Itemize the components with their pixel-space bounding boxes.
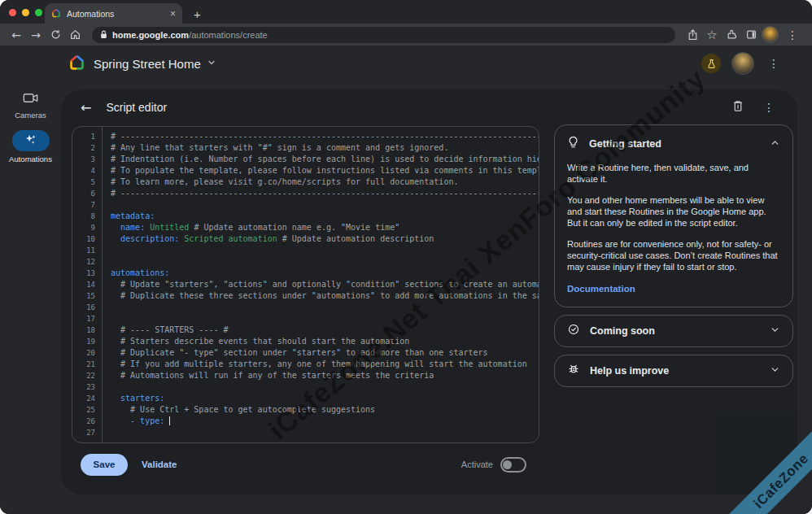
- card-title: Help us improve: [590, 365, 760, 377]
- chevron-up-icon[interactable]: [770, 137, 780, 151]
- getting-started-body: Write a Routine here, then validate, sav…: [567, 162, 780, 272]
- editor-overflow-kebab-icon[interactable]: ⋮: [760, 100, 778, 115]
- new-releases-seal-icon: [567, 323, 580, 339]
- getting-started-paragraph: You and other home members will be able …: [567, 194, 780, 229]
- line-number: 23: [72, 381, 102, 393]
- validate-button[interactable]: Validate: [142, 460, 177, 469]
- editor-actions: ⋮: [732, 100, 778, 115]
- back-icon[interactable]: ←: [7, 26, 25, 44]
- line-number: 12: [72, 256, 102, 268]
- save-button[interactable]: Save: [81, 454, 128, 476]
- getting-started-card: Getting started Write a Routine here, th…: [554, 124, 793, 307]
- google-home-favicon: [51, 7, 61, 21]
- reload-icon[interactable]: [46, 26, 64, 44]
- line-number: 25: [72, 404, 102, 416]
- code-editor[interactable]: 1234567891011121314151617181920212223242…: [72, 126, 539, 443]
- address-bar[interactable]: home.google.com/automations/create: [92, 27, 675, 43]
- code-line: # Duplicate "- type" section under "star…: [111, 347, 539, 359]
- line-number: 19: [72, 336, 102, 347]
- public-preview-flask-icon[interactable]: [701, 54, 721, 73]
- home-name[interactable]: Spring Street Home: [94, 57, 201, 71]
- code-line: # Any line that starters with "#" sign i…: [111, 142, 539, 154]
- browser-menu-kebab-icon[interactable]: ⋮: [780, 24, 805, 46]
- help-us-improve-card[interactable]: Help us improve: [554, 355, 793, 387]
- chevron-down-icon[interactable]: [207, 56, 216, 71]
- page-title: Script editor: [106, 101, 167, 114]
- code-area[interactable]: # --------------------------------------…: [103, 127, 539, 442]
- code-line: # To populate the template, please follo…: [111, 165, 539, 176]
- close-tab-icon[interactable]: ×: [170, 9, 176, 19]
- chevron-down-icon[interactable]: [770, 324, 780, 338]
- line-number: 4: [72, 165, 102, 176]
- card-title: Coming soon: [590, 325, 760, 337]
- line-number: 13: [72, 268, 102, 279]
- left-sidebar: Cameras Automations: [0, 81, 61, 163]
- toggle-knob: [503, 460, 512, 469]
- back-icon[interactable]: ←: [81, 100, 91, 115]
- url-path: /automations/create: [189, 30, 268, 40]
- user-avatar[interactable]: [731, 52, 754, 75]
- text-cursor: [169, 416, 170, 425]
- code-line: # Starters describe events that should s…: [111, 336, 539, 347]
- zoom-window-button[interactable]: [35, 9, 42, 16]
- line-number: 26: [72, 416, 102, 427]
- chevron-down-icon[interactable]: [770, 364, 780, 378]
- script-editor-header: ← Script editor ⋮: [61, 89, 797, 125]
- script-editor-card: ← Script editor ⋮ 1234567891011121314151…: [61, 89, 797, 494]
- code-line: # --------------------------------------…: [111, 188, 539, 199]
- sidebar-item-cameras[interactable]: Cameras: [15, 92, 46, 120]
- getting-started-header[interactable]: Getting started: [567, 136, 780, 152]
- line-number: 11: [72, 245, 102, 256]
- sidebar-item-label: Cameras: [15, 111, 46, 120]
- tab-title: Automations: [67, 9, 164, 19]
- share-icon[interactable]: [683, 26, 701, 44]
- lock-icon: [100, 28, 107, 42]
- line-number: 9: [72, 222, 102, 233]
- line-number: 6: [72, 188, 102, 199]
- activate-toggle[interactable]: [500, 457, 526, 473]
- line-number: 17: [72, 313, 102, 325]
- home-icon[interactable]: [66, 26, 84, 44]
- line-number: 18: [72, 325, 102, 336]
- code-line: [111, 381, 539, 393]
- coming-soon-card[interactable]: Coming soon: [554, 315, 793, 347]
- browser-toolbar: ← → home.google.com/automations/create: [0, 24, 812, 46]
- line-number: 16: [72, 302, 102, 313]
- line-number: 15: [72, 290, 102, 302]
- line-number: 5: [72, 176, 102, 188]
- code-line: # Update "starters", "actions" and optio…: [111, 279, 539, 290]
- code-line: # To learn more, please visit g.co/home/…: [111, 176, 539, 188]
- header-actions: ⋮: [701, 46, 783, 81]
- url-text: home.google.com/automations/create: [112, 30, 268, 40]
- getting-started-paragraph: Write a Routine here, then validate, sav…: [567, 162, 780, 185]
- new-tab-button[interactable]: +: [194, 8, 201, 20]
- activate-label: Activate: [461, 460, 493, 469]
- minimize-window-button[interactable]: [22, 9, 29, 16]
- code-line: # If you add multiple starters, any one …: [111, 359, 539, 370]
- browser-profile-avatar[interactable]: [762, 26, 779, 43]
- sidebar-item-automations[interactable]: Automations: [9, 130, 52, 163]
- activate-control: Activate: [461, 457, 526, 473]
- close-window-button[interactable]: [9, 9, 16, 16]
- documentation-link[interactable]: Documentation: [567, 284, 635, 294]
- code-line: # Indentation (i.e. Number of spaces bef…: [111, 154, 539, 165]
- code-line: name: Untitled # Update automation name …: [111, 222, 539, 233]
- line-number: 2: [72, 142, 102, 154]
- side-panel-icon[interactable]: [742, 26, 760, 44]
- sidebar-item-label: Automations: [9, 155, 52, 163]
- extensions-icon[interactable]: [723, 26, 740, 44]
- header-overflow-kebab-icon[interactable]: ⋮: [765, 56, 783, 71]
- line-number: 24: [72, 393, 102, 404]
- delete-trash-icon[interactable]: [732, 100, 744, 115]
- code-line: # --------------------------------------…: [111, 131, 539, 142]
- forward-icon[interactable]: →: [27, 26, 45, 44]
- code-line: # ---- STARTERS ---- #: [111, 325, 539, 336]
- line-number: 1: [72, 131, 102, 142]
- bookmark-star-icon[interactable]: ☆: [703, 26, 721, 44]
- camera-icon: [23, 92, 38, 107]
- tab-automations[interactable]: Automations ×: [45, 3, 182, 24]
- line-number: 27: [72, 427, 102, 438]
- line-number: 10: [72, 233, 102, 245]
- lightbulb-icon: [567, 136, 579, 152]
- code-line: metadata:: [111, 211, 539, 222]
